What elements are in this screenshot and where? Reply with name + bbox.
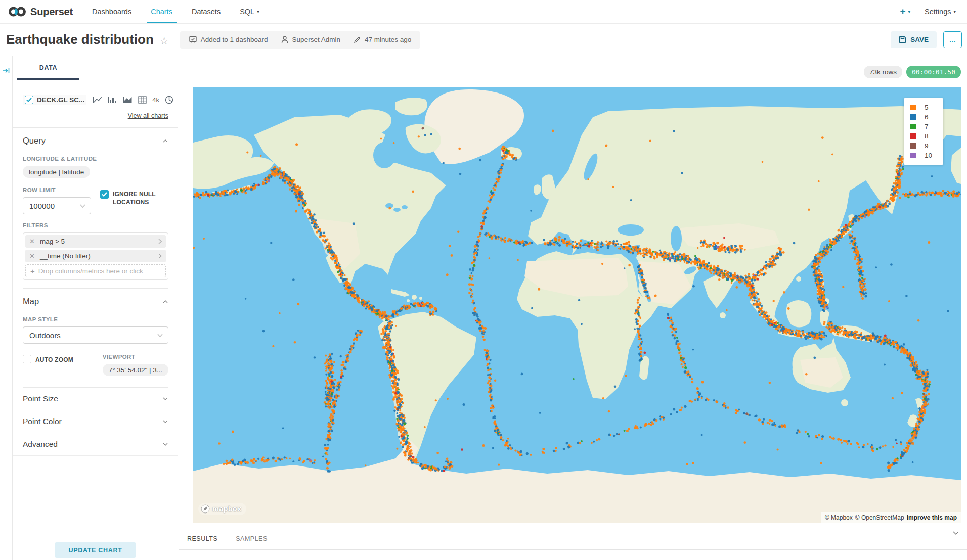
nav-item-datasets[interactable]: Datasets: [192, 0, 221, 23]
bar-chart-icon[interactable]: [108, 96, 117, 104]
checkbox-checked-icon: [25, 96, 33, 104]
collapse-results-chevron-icon[interactable]: [952, 531, 959, 535]
chevron-down-icon: [157, 334, 163, 337]
map-section-header[interactable]: Map: [23, 289, 168, 308]
divider: [179, 549, 967, 550]
mapbox-logo[interactable]: mapbox: [198, 503, 246, 515]
query-status-badges: 73k rows 00:00:01.50: [864, 66, 961, 78]
chevron-down-icon: ▾: [257, 9, 259, 14]
superset-logo[interactable]: Superset: [0, 6, 86, 18]
line-chart-icon[interactable]: [93, 96, 102, 104]
chart-meta-bar: Added to 1 dashboard Superset Admin 47 m…: [180, 31, 420, 49]
results-pane: RESULTS SAMPLES: [179, 523, 967, 560]
page-title: Earthquake distribution: [6, 32, 154, 48]
checkbox-unchecked-icon[interactable]: [23, 355, 31, 363]
chevron-down-icon: [162, 419, 168, 424]
filter-row-mag[interactable]: ✕ mag > 5: [25, 235, 166, 248]
chart-header: Earthquake distribution ☆ Added to 1 das…: [0, 24, 967, 56]
tab-results[interactable]: RESULTS: [187, 535, 217, 542]
chevron-right-icon: [158, 239, 162, 244]
nav-item-dashboards[interactable]: Dashboards: [92, 0, 131, 23]
viewport-chip[interactable]: 7° 35' 54.02" | 3...: [103, 364, 168, 376]
auto-zoom-checkline[interactable]: AUTO ZOOM: [23, 355, 103, 376]
update-chart-button[interactable]: UPDATE CHART: [55, 542, 136, 558]
legend-swatch: [910, 143, 916, 149]
nav-item-charts[interactable]: Charts: [151, 0, 172, 23]
close-icon[interactable]: ✕: [29, 252, 35, 260]
more-actions-button[interactable]: ...: [943, 31, 962, 48]
area-chart-icon[interactable]: [123, 96, 133, 104]
pie-chart-icon[interactable]: [165, 96, 173, 104]
legend-swatch: [910, 133, 916, 139]
favorite-star-icon[interactable]: ☆: [160, 35, 169, 47]
map-style-label: MAP STYLE: [23, 316, 168, 322]
legend-swatch: [910, 105, 916, 110]
query-timer-badge: 00:00:01.50: [906, 66, 961, 78]
close-icon[interactable]: ✕: [29, 238, 35, 245]
row-limit-select[interactable]: 100000: [23, 197, 91, 214]
section-point-color[interactable]: Point Color: [13, 410, 178, 433]
filters-dropzone[interactable]: + Drop columns/metrics here or click: [25, 264, 166, 277]
nav-right: +▾ Settings▾: [900, 6, 967, 17]
save-button[interactable]: SAVE: [891, 31, 937, 48]
legend-row: 7: [910, 122, 943, 131]
plus-icon: +: [30, 267, 35, 275]
chevron-down-icon: ▾: [953, 9, 956, 14]
lonlat-chip[interactable]: longitude | latitude: [23, 166, 90, 178]
top-navbar: Superset Dashboards Charts Datasets SQL▾…: [0, 0, 967, 24]
nav-menu: Dashboards Charts Datasets SQL▾: [86, 0, 259, 23]
map-section: Map MAP STYLE Outdoors AUTO ZOOM VIEWPOR…: [13, 289, 178, 388]
mapbox-attribution-link[interactable]: © Mapbox: [825, 514, 853, 521]
tab-samples[interactable]: SAMPLES: [236, 535, 268, 542]
checkbox-checked-icon[interactable]: [100, 190, 109, 199]
section-point-size[interactable]: Point Size: [13, 388, 178, 410]
mapbox-wordmark: mapbox: [212, 505, 241, 513]
world-map[interactable]: [193, 87, 961, 523]
brand-name: Superset: [30, 6, 73, 18]
chevron-down-icon: [80, 204, 85, 208]
header-actions: SAVE ...: [891, 31, 967, 48]
owner-meta[interactable]: Superset Admin: [281, 36, 340, 43]
filter-row-time[interactable]: ✕ __time (No filter): [25, 250, 166, 262]
tab-data[interactable]: DATA: [17, 56, 79, 79]
section-advanced[interactable]: Advanced: [13, 433, 178, 456]
user-icon: [281, 36, 288, 43]
map-style-select[interactable]: Outdoors: [23, 326, 168, 344]
settings-menu[interactable]: Settings▾: [925, 8, 956, 16]
viz-count-label[interactable]: 4k: [152, 96, 159, 104]
query-section-header[interactable]: Query: [23, 128, 168, 148]
viz-type-row: DECK.GL SC...: [13, 79, 178, 105]
filters-label: FILTERS: [23, 222, 168, 228]
dashboards-meta[interactable]: Added to 1 dashboard: [189, 36, 268, 43]
nav-item-sql[interactable]: SQL▾: [240, 0, 259, 23]
improve-map-link[interactable]: Improve this map: [907, 514, 957, 521]
chevron-right-icon: [158, 253, 162, 259]
data-panel: DATA DECK.GL SC...: [13, 56, 178, 560]
collapse-panel-icon[interactable]: [3, 67, 10, 74]
new-item-button[interactable]: +▾: [900, 6, 910, 17]
lonlat-label: LONGITUDE & LATITUDE: [23, 156, 168, 162]
legend-swatch: [910, 114, 916, 120]
chart-area: 73k rows 00:00:01.50: [179, 56, 967, 560]
legend-swatch: [910, 124, 916, 129]
filters-box: ✕ mag > 5 ✕ __time (No filter) + Drop co…: [23, 232, 168, 280]
panel-collapse-rail: [0, 56, 13, 560]
legend-row: 10: [910, 151, 943, 160]
infinity-logo-icon: [8, 6, 26, 18]
ignore-null-checkline[interactable]: IGNORE NULL LOCATIONS: [100, 190, 168, 214]
viewport-label: VIEWPORT: [103, 354, 168, 360]
deckgl-map[interactable]: 5 6 7 8 9 10 mapbox © Mapbox © OpenStree…: [193, 87, 961, 523]
results-tabbar: RESULTS SAMPLES: [179, 523, 967, 542]
last-modified-meta[interactable]: 47 minutes ago: [354, 36, 411, 43]
dashboard-icon: [189, 36, 197, 43]
osm-attribution-link[interactable]: © OpenStreetMap: [855, 514, 904, 521]
view-all-charts-link[interactable]: View all charts: [13, 112, 168, 119]
row-limit-label: ROW LIMIT: [23, 187, 100, 193]
panel-tabbar: DATA: [13, 56, 178, 79]
legend-swatch: [910, 153, 916, 158]
row-count-badge: 73k rows: [864, 66, 902, 78]
auto-zoom-label: AUTO ZOOM: [35, 355, 73, 376]
viz-type-selected[interactable]: DECK.GL SC...: [23, 95, 86, 105]
chevron-up-icon: [162, 139, 168, 143]
table-icon[interactable]: [138, 96, 147, 104]
